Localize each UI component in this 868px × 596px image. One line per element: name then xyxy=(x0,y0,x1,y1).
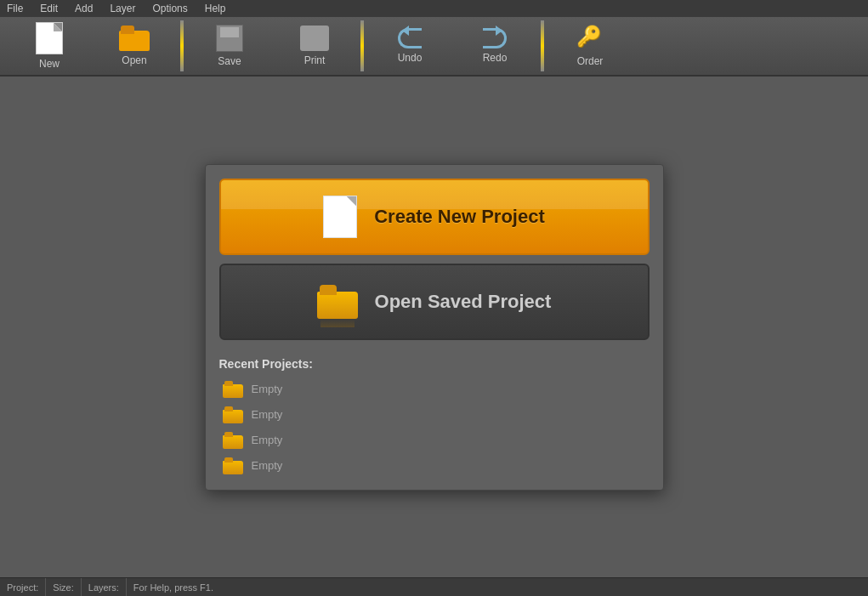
save-icon xyxy=(216,25,243,52)
folder-icon xyxy=(223,457,243,474)
print-label: Print xyxy=(304,54,326,66)
redo-button[interactable]: Redo xyxy=(452,19,537,73)
status-project: Project: xyxy=(0,578,46,596)
open-saved-project-button[interactable]: Open Saved Project xyxy=(219,264,650,340)
open-saved-label: Open Saved Project xyxy=(375,291,552,313)
menu-file[interactable]: File xyxy=(3,1,26,16)
recent-item-label: Empty xyxy=(252,383,283,395)
undo-button[interactable]: Undo xyxy=(367,19,452,73)
redo-icon xyxy=(483,28,507,48)
list-item[interactable]: Empty xyxy=(219,405,650,425)
help-label: For Help, press F1. xyxy=(133,582,213,593)
redo-label: Redo xyxy=(483,52,508,64)
open-label: Open xyxy=(122,54,146,66)
list-item[interactable]: Empty xyxy=(219,379,650,400)
undo-label: Undo xyxy=(398,52,423,64)
save-label: Save xyxy=(218,55,241,67)
create-new-icon xyxy=(323,196,357,238)
layers-label: Layers: xyxy=(88,582,119,593)
print-button[interactable]: Print xyxy=(272,19,357,73)
folder-reflection xyxy=(321,319,355,327)
recent-projects-title: Recent Projects: xyxy=(219,357,650,371)
size-label: Size: xyxy=(53,582,73,593)
folder-icon xyxy=(223,432,243,449)
menu-layer[interactable]: Layer xyxy=(106,1,139,16)
toolbar-separator-2 xyxy=(360,20,364,71)
order-button[interactable]: Order xyxy=(547,19,633,73)
status-bar: Project: Size: Layers: For Help, press F… xyxy=(0,577,868,596)
undo-icon xyxy=(398,28,422,48)
toolbar-separator-3 xyxy=(541,20,544,71)
new-label: New xyxy=(39,58,60,70)
recent-projects-section: Recent Projects: Empty Empty Empty Empty xyxy=(219,357,650,476)
save-button[interactable]: Save xyxy=(187,19,272,73)
status-layers: Layers: xyxy=(82,578,127,596)
toolbar: New Open Save Print Undo Redo Order xyxy=(0,17,868,77)
recent-item-label: Empty xyxy=(252,459,283,472)
order-label: Order xyxy=(577,55,604,67)
print-icon xyxy=(300,26,329,51)
toolbar-separator-1 xyxy=(180,20,184,71)
list-item[interactable]: Empty xyxy=(219,430,650,451)
folder-icon xyxy=(223,381,243,398)
new-button[interactable]: New xyxy=(7,19,92,73)
open-icon xyxy=(119,26,150,51)
recent-item-label: Empty xyxy=(252,434,283,446)
main-content: Create New Project Open Saved Project Re… xyxy=(0,77,868,577)
menu-add[interactable]: Add xyxy=(71,1,96,16)
welcome-dialog: Create New Project Open Saved Project Re… xyxy=(205,164,664,491)
project-label: Project: xyxy=(7,582,38,593)
menu-help[interactable]: Help xyxy=(201,1,230,16)
open-folder-icon xyxy=(317,285,358,319)
status-size: Size: xyxy=(46,578,81,596)
menu-options[interactable]: Options xyxy=(149,1,190,16)
status-help: For Help, press F1. xyxy=(127,578,868,596)
create-new-project-button[interactable]: Create New Project xyxy=(219,179,650,255)
open-button[interactable]: Open xyxy=(92,19,177,73)
order-icon xyxy=(576,25,604,52)
new-icon xyxy=(36,22,63,54)
list-item[interactable]: Empty xyxy=(219,456,650,476)
menu-edit[interactable]: Edit xyxy=(37,1,61,16)
recent-item-label: Empty xyxy=(252,408,283,421)
folder-icon xyxy=(223,406,243,423)
menu-bar: File Edit Add Layer Options Help xyxy=(0,0,868,17)
create-new-label: Create New Project xyxy=(374,206,545,228)
recent-projects-list: Empty Empty Empty Empty xyxy=(219,379,650,476)
